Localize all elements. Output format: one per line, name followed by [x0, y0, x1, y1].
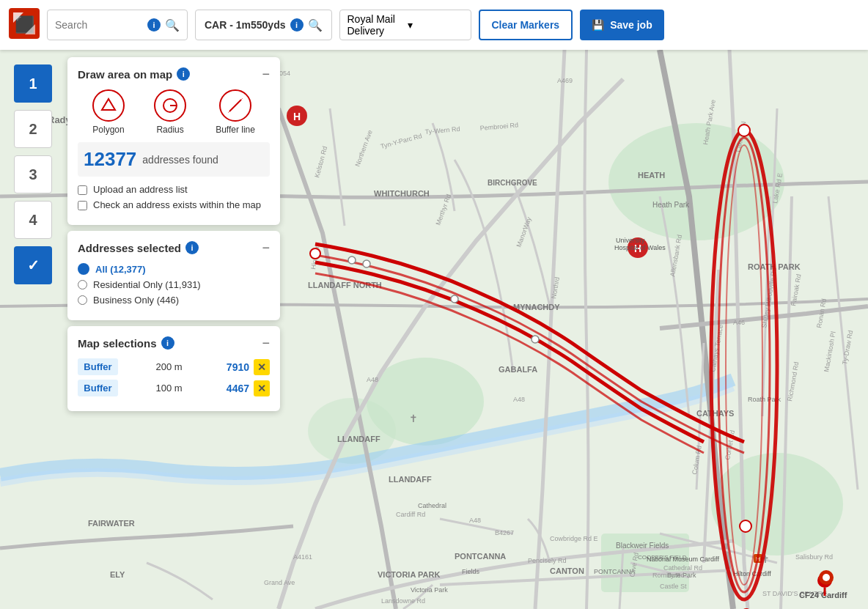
svg-point-100 — [740, 520, 751, 532]
search-info-icon[interactable]: i — [147, 18, 161, 32]
svg-text:CF24 Cardiff: CF24 Cardiff — [799, 591, 847, 599]
business-radio[interactable] — [78, 295, 87, 305]
step-1-button[interactable]: 1 — [14, 64, 52, 103]
topbar: ⬛ i 🔍 CAR - 1m550yds i 🔍 Royal Mail Deli… — [0, 0, 868, 50]
addresses-info-icon[interactable]: i — [185, 241, 199, 254]
radius-icon — [154, 89, 186, 122]
map-selections-info-icon[interactable]: i — [161, 336, 174, 350]
svg-text:HEATH: HEATH — [638, 171, 665, 180]
svg-text:Cowbridge Rd E: Cowbridge Rd E — [550, 535, 598, 542]
svg-text:LLANDAFF: LLANDAFF — [337, 435, 380, 443]
search-input[interactable] — [55, 19, 143, 31]
buffer-2-label: Buffer — [78, 380, 118, 396]
buffer-1-count: 7910 — [220, 361, 249, 373]
search-icon[interactable]: 🔍 — [165, 18, 180, 32]
svg-text:Castle St: Castle St — [660, 583, 687, 590]
svg-text:Pencisely Rd: Pencisely Rd — [528, 557, 567, 564]
draw-area-title: Draw area on map i — [78, 67, 190, 81]
all-addresses-label: All (12,377) — [95, 264, 146, 275]
delivery-select[interactable]: Royal Mail Delivery ▾ — [339, 10, 471, 40]
buffer-line-icon — [219, 89, 251, 122]
svg-text:Fields: Fields — [462, 568, 480, 575]
svg-text:A4161: A4161 — [293, 553, 312, 561]
svg-text:Cardiff Rd: Cardiff Rd — [396, 511, 425, 518]
route-label: CAR - 1m550yds — [205, 19, 286, 31]
residential-radio-row[interactable]: Residential Only (11,931) — [78, 279, 270, 290]
business-radio-row[interactable]: Business Only (446) — [78, 295, 270, 306]
step-4-button[interactable]: 4 — [14, 201, 52, 239]
business-label: Business Only (446) — [93, 295, 179, 306]
svg-text:ELY: ELY — [110, 570, 125, 579]
svg-text:Grand Ave: Grand Ave — [264, 579, 295, 586]
map-selections-minimize[interactable]: − — [262, 336, 270, 350]
sidebar-steps: 1 2 3 4 ✓ — [0, 50, 66, 284]
residential-radio[interactable] — [78, 280, 87, 289]
buffer-row-1: Buffer 200 m 7910 ✕ — [78, 358, 270, 375]
svg-text:Victoria Park: Victoria Park — [411, 586, 448, 594]
address-count: 12377 addresses found — [78, 142, 270, 177]
svg-text:WHITCHURCH: WHITCHURCH — [374, 189, 430, 198]
check-address-label: Check an address exists within the map — [93, 199, 261, 210]
buffer-1-delete-button[interactable]: ✕ — [254, 359, 270, 375]
polygon-icon — [92, 89, 125, 122]
map-selections-header: Map selections i − — [78, 336, 270, 350]
svg-text:Blackweir Fields: Blackweir Fields — [616, 542, 669, 550]
upload-address-label: Upload an address list — [93, 184, 188, 195]
svg-text:A48: A48 — [513, 396, 525, 403]
addresses-selected-header: Addresses selected i − — [78, 241, 270, 254]
chevron-down-icon: ▾ — [408, 19, 463, 31]
logo[interactable]: ⬛ — [9, 8, 40, 42]
buffer-1-label: Buffer — [78, 358, 118, 375]
svg-text:MYNACHDY: MYNACHDY — [513, 303, 560, 311]
svg-text:Hospital of Wales: Hospital of Wales — [614, 244, 666, 251]
buffer-line-label: Buffer line — [216, 125, 255, 135]
svg-text:Romilly Rd: Romilly Rd — [652, 572, 685, 579]
svg-text:✝: ✝ — [409, 413, 418, 424]
svg-text:A46: A46 — [733, 319, 745, 326]
save-job-button[interactable]: 💾 Save job — [580, 10, 664, 40]
upload-address-checkbox[interactable] — [78, 185, 87, 195]
upload-address-checkbox-row: Upload an address list — [78, 184, 270, 195]
svg-text:National Museum Cardiff: National Museum Cardiff — [647, 556, 719, 563]
svg-point-104 — [823, 574, 830, 581]
clear-markers-button[interactable]: Clear Markers — [479, 10, 573, 40]
buffer-2-distance: 100 m — [122, 383, 216, 394]
map-selections-panel: Map selections i − Buffer 200 m 7910 ✕ B… — [67, 326, 280, 411]
svg-text:B4267: B4267 — [495, 529, 514, 536]
route-search-icon[interactable]: 🔍 — [308, 18, 323, 32]
count-label: addresses found — [142, 154, 218, 166]
panels: Draw area on map i − Polygon — [67, 57, 280, 411]
svg-point-94 — [310, 248, 320, 259]
svg-text:Salisbury Rd: Salisbury Rd — [795, 553, 833, 561]
buffer-line-tool[interactable]: Buffer line — [216, 89, 255, 135]
radius-tool[interactable]: Radius — [154, 89, 186, 135]
buffer-2-delete-button[interactable]: ✕ — [254, 380, 270, 396]
draw-area-minimize[interactable]: − — [262, 67, 270, 81]
addresses-minimize[interactable]: − — [262, 241, 270, 254]
check-address-checkbox[interactable] — [78, 201, 87, 210]
polygon-tool[interactable]: Polygon — [92, 89, 125, 135]
svg-text:H: H — [293, 111, 301, 122]
svg-text:BIRCHGROVE: BIRCHGROVE — [488, 179, 537, 187]
step-2-button[interactable]: 2 — [14, 110, 52, 148]
route-info-icon[interactable]: i — [290, 18, 304, 32]
svg-point-99 — [738, 125, 750, 136]
all-addresses-radio-row[interactable]: All (12,377) — [78, 263, 270, 275]
radius-label: Radius — [156, 125, 183, 135]
svg-text:PONTCANNA: PONTCANNA — [455, 552, 506, 561]
step-done-button[interactable]: ✓ — [14, 246, 52, 284]
svg-marker-105 — [102, 99, 115, 110]
svg-text:Heath Park: Heath Park — [652, 201, 690, 209]
svg-text:LLANDAFF: LLANDAFF — [389, 475, 432, 484]
svg-point-98 — [532, 336, 539, 343]
step-3-button[interactable]: 3 — [14, 155, 52, 193]
draw-area-info-icon[interactable]: i — [177, 67, 190, 81]
svg-point-97 — [451, 295, 458, 303]
delivery-label: Royal Mail Delivery — [347, 13, 403, 37]
svg-text:A469: A469 — [557, 77, 573, 84]
svg-text:A48: A48 — [469, 517, 481, 524]
svg-text:Cathedral Rd: Cathedral Rd — [663, 564, 702, 572]
route-badge: CAR - 1m550yds i 🔍 — [195, 10, 332, 40]
svg-text:FAIRWATER: FAIRWATER — [88, 519, 135, 528]
check-address-checkbox-row: Check an address exists within the map — [78, 199, 270, 210]
